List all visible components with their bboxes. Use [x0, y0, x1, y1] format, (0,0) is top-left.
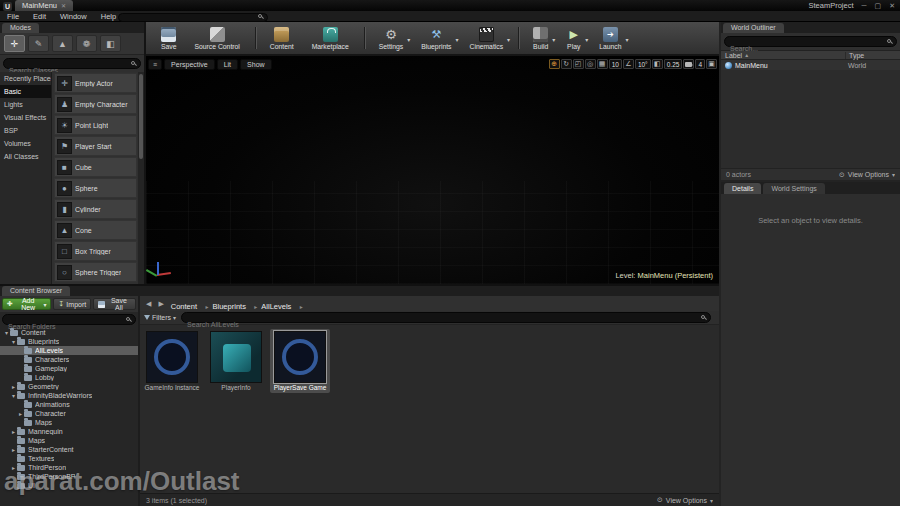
- expander-icon[interactable]: [10, 383, 17, 390]
- viewport-mode-button[interactable]: Lit: [217, 59, 238, 70]
- close-button[interactable]: ✕: [889, 2, 895, 10]
- placeable-item[interactable]: Box Trigger: [54, 241, 137, 261]
- move-tool-icon[interactable]: ⊕: [549, 59, 560, 69]
- placement-category[interactable]: All Classes: [0, 150, 51, 163]
- placeable-item[interactable]: Cylinder: [54, 199, 137, 219]
- folder-row[interactable]: Maps: [0, 436, 138, 445]
- placement-category[interactable]: Visual Effects: [0, 111, 51, 124]
- tab-close-icon[interactable]: ✕: [61, 2, 66, 9]
- dropdown-caret-icon[interactable]: [407, 28, 410, 46]
- dropdown-caret-icon[interactable]: [585, 28, 588, 46]
- folder-row[interactable]: Textures: [0, 454, 138, 463]
- folder-row[interactable]: Lobby: [0, 373, 138, 382]
- viewport[interactable]: ≡ PerspectiveLitShow ⊕ ↻ ◰ ◎ ▦ 10 ∠ 10° …: [146, 56, 719, 284]
- toolbar-button[interactable]: Launch: [590, 22, 630, 54]
- expander-icon[interactable]: [10, 428, 17, 435]
- expander-icon[interactable]: [10, 338, 17, 345]
- scale-tool-icon[interactable]: ◰: [573, 59, 584, 69]
- scrollbar-thumb[interactable]: [139, 74, 143, 159]
- grid-snap-icon[interactable]: ▦: [597, 59, 608, 69]
- world-space-icon[interactable]: ◎: [585, 59, 596, 69]
- import-button[interactable]: ↧ Import: [53, 298, 91, 310]
- save-all-button[interactable]: Save All: [93, 298, 136, 310]
- viewport-mode-button[interactable]: Perspective: [164, 59, 215, 70]
- placeable-item[interactable]: Empty Actor: [54, 73, 137, 93]
- outliner-search-input[interactable]: [725, 44, 896, 53]
- folder-row[interactable]: Animations: [0, 400, 138, 409]
- placeable-item[interactable]: Empty Character: [54, 94, 137, 114]
- mode-tool-button[interactable]: [4, 35, 25, 52]
- dropdown-caret-icon[interactable]: [455, 28, 458, 46]
- asset-tile[interactable]: PlayerInfo: [206, 329, 266, 393]
- toolbar-button[interactable]: Marketplace: [303, 22, 358, 54]
- toolbar-button[interactable]: Settings: [364, 22, 413, 54]
- expander-icon[interactable]: [10, 446, 17, 453]
- view-options-button[interactable]: ⊙ View Options: [839, 171, 895, 179]
- window-tab-mainmenu[interactable]: MainMenu ✕: [15, 0, 73, 11]
- placeable-item[interactable]: Point Light: [54, 115, 137, 135]
- folder-row[interactable]: Characters: [0, 355, 138, 364]
- forward-button[interactable]: ▶: [156, 300, 165, 308]
- dropdown-caret-icon[interactable]: [507, 28, 510, 46]
- maximize-button[interactable]: ▢: [875, 2, 882, 10]
- outliner-row[interactable]: MainMenu World: [721, 60, 900, 70]
- folder-row[interactable]: Geometry: [0, 382, 138, 391]
- filters-button[interactable]: Filters: [144, 314, 176, 321]
- grid-snap-value[interactable]: 10: [609, 59, 622, 69]
- angle-snap-icon[interactable]: ∠: [623, 59, 634, 69]
- toolbar-button[interactable]: Blueprints: [412, 22, 460, 54]
- folder-row[interactable]: Mannequin: [0, 427, 138, 436]
- placement-category[interactable]: BSP: [0, 124, 51, 137]
- scale-snap-icon[interactable]: ◧: [652, 59, 663, 69]
- placeable-item[interactable]: Player Start: [54, 136, 137, 156]
- placeable-item[interactable]: Cone: [54, 220, 137, 240]
- mode-tool-button[interactable]: [52, 35, 73, 52]
- search-folders-input[interactable]: [3, 322, 135, 331]
- angle-snap-value[interactable]: 10°: [635, 59, 651, 69]
- dropdown-caret-icon[interactable]: [626, 28, 629, 46]
- toolbar-button[interactable]: Play: [557, 22, 590, 54]
- details-tab[interactable]: Details: [724, 183, 761, 194]
- placeable-item[interactable]: Sphere Trigger: [54, 262, 137, 282]
- asset-tile[interactable]: GameInfo Instance: [142, 329, 202, 393]
- rotate-tool-icon[interactable]: ↻: [561, 59, 572, 69]
- placement-category[interactable]: Recently Placed: [0, 72, 51, 85]
- viewport-mode-button[interactable]: Show: [240, 59, 272, 70]
- breadcrumb-item[interactable]: AllLevels: [259, 302, 293, 311]
- world-outliner-tab[interactable]: World Outliner: [723, 23, 784, 33]
- folder-row[interactable]: Blueprints: [0, 337, 138, 346]
- placement-category[interactable]: Basic: [0, 85, 51, 98]
- mode-tool-button[interactable]: [76, 35, 97, 52]
- breadcrumb-item[interactable]: Content: [169, 302, 199, 311]
- toolbar-button[interactable]: Content: [255, 22, 303, 54]
- back-button[interactable]: ◀: [144, 300, 153, 308]
- folder-row[interactable]: Maps: [0, 418, 138, 427]
- mode-tool-button[interactable]: [100, 35, 121, 52]
- view-options-button[interactable]: ⊙ View Options: [657, 496, 713, 504]
- mode-tool-button[interactable]: [28, 35, 49, 52]
- folder-row[interactable]: StarterContent: [0, 445, 138, 454]
- viewport-options-icon[interactable]: ≡: [148, 59, 162, 70]
- maximize-viewport-icon[interactable]: ▣: [706, 59, 717, 69]
- placement-category[interactable]: Lights: [0, 98, 51, 111]
- expander-icon[interactable]: [17, 410, 24, 417]
- folder-row[interactable]: AllLevels: [0, 346, 138, 355]
- menu-item[interactable]: Edit: [26, 12, 53, 21]
- toolbar-button[interactable]: Save: [152, 22, 186, 54]
- minimize-button[interactable]: ─: [862, 2, 867, 9]
- search-assets-input[interactable]: [182, 320, 710, 329]
- placeable-item[interactable]: Cube: [54, 157, 137, 177]
- expander-icon[interactable]: [10, 392, 17, 399]
- folder-row[interactable]: Character: [0, 409, 138, 418]
- details-tab[interactable]: World Settings: [763, 183, 824, 194]
- menu-item[interactable]: Window: [53, 12, 94, 21]
- breadcrumb-item[interactable]: Blueprints: [211, 302, 248, 311]
- toolbar-button[interactable]: Build: [518, 22, 557, 54]
- placeable-item[interactable]: Sphere: [54, 178, 137, 198]
- content-browser-tab[interactable]: Content Browser: [2, 286, 70, 296]
- toolbar-button[interactable]: Source Control: [186, 22, 249, 54]
- camera-speed-value[interactable]: 4: [695, 59, 705, 69]
- dropdown-caret-icon[interactable]: [552, 28, 555, 46]
- menu-item[interactable]: File: [0, 12, 26, 21]
- asset-tile[interactable]: PlayerSave Game: [270, 329, 330, 393]
